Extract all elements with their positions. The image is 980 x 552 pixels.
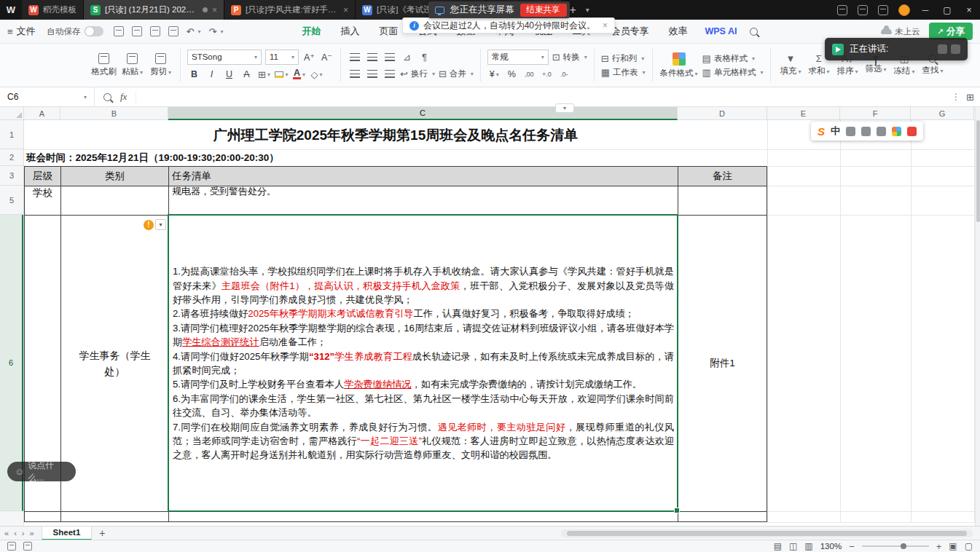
tab-docer[interactable]: W 稻壳模板	[22, 0, 84, 20]
next-sheet-icon[interactable]: ›	[22, 529, 25, 537]
first-sheet-icon[interactable]: «	[4, 529, 9, 537]
undo-caret-icon[interactable]: ▾	[198, 28, 201, 35]
tab-presentation-doc[interactable]: P [只读]学风共建:管好手机就是管... ×	[224, 0, 356, 20]
redo-icon[interactable]: ↷	[209, 26, 217, 37]
autosave-toggle[interactable]	[85, 26, 103, 36]
font-color-button[interactable]: A	[292, 68, 306, 82]
row-header-5[interactable]: 5	[0, 186, 23, 215]
row-header-1[interactable]: 1	[0, 120, 23, 149]
comma-style-button[interactable]: ,00	[522, 68, 536, 82]
tab-page[interactable]: 页面	[379, 25, 398, 38]
fit-window-icon[interactable]: ▣	[949, 541, 957, 551]
column-header-f[interactable]: F	[840, 107, 911, 120]
close-tab-icon[interactable]: ×	[212, 5, 217, 15]
cell-d6-remark[interactable]: 附件1	[678, 216, 767, 512]
undo-icon[interactable]: ↶	[187, 26, 195, 37]
font-size-select[interactable]: 11▾	[265, 50, 299, 65]
format-painter-button[interactable]: 格式刷	[90, 53, 117, 77]
sheet-tab-sheet1[interactable]: Sheet1	[42, 527, 93, 540]
zoom-out-button[interactable]: −	[849, 541, 855, 552]
paste-button[interactable]: 粘贴	[119, 53, 146, 77]
clear-format-button[interactable]: ◇	[310, 68, 324, 82]
strikethrough-button[interactable]: A	[240, 68, 254, 82]
cell-c5-clipped[interactable]: 规电器，受到警告处分。	[169, 186, 678, 216]
emoji-icon[interactable]: ☺	[15, 466, 24, 477]
vertical-scroll-thumb[interactable]	[976, 120, 980, 222]
tab-list-chevron-icon[interactable]: ▾	[583, 6, 592, 14]
number-format-select[interactable]: 常规▾	[487, 50, 549, 65]
skin-icon[interactable]	[878, 5, 888, 15]
merge-cells-button[interactable]: ⊟合并	[439, 68, 474, 79]
customize-icon[interactable]	[168, 26, 179, 36]
align-top-button[interactable]	[348, 50, 361, 64]
column-header-b[interactable]: B	[60, 107, 168, 120]
print-preview-icon[interactable]	[150, 26, 160, 36]
wrap-text-button[interactable]: ↩换行	[400, 68, 435, 79]
horizontal-scroll-thumb[interactable]	[567, 531, 967, 536]
cell-b5-empty[interactable]	[61, 186, 169, 216]
column-header-a[interactable]: A	[24, 107, 60, 120]
tab-efficiency[interactable]: 效率	[668, 25, 687, 38]
cut-button[interactable]: 剪切	[147, 53, 174, 77]
column-header-g[interactable]: G	[911, 107, 974, 120]
align-right-button[interactable]	[383, 67, 396, 81]
cell-header-tasklist[interactable]: 任务清单	[169, 167, 678, 186]
vertical-scrollbar[interactable]	[975, 107, 980, 526]
accessibility-icon[interactable]	[23, 542, 32, 551]
meeting-chat-input[interactable]: ☺ 说点什么...	[7, 462, 76, 481]
cell-c6-richtext[interactable]: 1.为提高课堂抬头率，学校拟组织同学们在上课时将手机存入手机收纳盒。请大家认真参…	[169, 216, 678, 512]
minimize-button[interactable]: ─	[914, 0, 936, 20]
tab-home[interactable]: 开始	[302, 25, 321, 38]
close-tab-icon[interactable]: ×	[343, 5, 348, 15]
orientation-button[interactable]: ⊿	[400, 50, 414, 64]
italic-button[interactable]: I	[205, 68, 219, 82]
decrease-decimal-button[interactable]: .0-	[557, 68, 571, 82]
underline-button[interactable]: U	[222, 68, 236, 82]
cell-b7-empty[interactable]	[61, 512, 169, 521]
conditional-format-button[interactable]: 条件格式	[659, 52, 699, 79]
cell-style-button[interactable]: ▥单元格样式	[702, 67, 764, 78]
autosave-control[interactable]: 自动保存	[47, 26, 103, 37]
align-middle-button[interactable]	[365, 50, 379, 64]
cell-header-level[interactable]: 层级	[25, 167, 61, 186]
grow-font-button[interactable]: A⁺	[302, 50, 316, 64]
tab-current-spreadsheet[interactable]: S [只读] (12月21日) 2025年... ×	[84, 0, 224, 20]
layout-icon[interactable]	[858, 5, 868, 15]
zoom-in-button[interactable]: +	[936, 541, 942, 552]
column-header-d[interactable]: D	[678, 107, 767, 120]
align-bottom-button[interactable]	[383, 50, 396, 64]
save-icon[interactable]	[114, 26, 124, 36]
column-header-c-selected[interactable]: C	[168, 107, 678, 120]
last-sheet-icon[interactable]: »	[29, 529, 34, 537]
toast-close-icon[interactable]: ×	[603, 20, 608, 31]
cell-school[interactable]: 学校	[25, 186, 61, 216]
sidebar-toggle-icon[interactable]: ⊞	[966, 92, 974, 102]
cell-header-remark[interactable]: 备注	[678, 167, 767, 186]
convert-button[interactable]: ⊡转换	[552, 52, 587, 63]
column-header-e[interactable]: E	[767, 107, 840, 120]
user-avatar[interactable]	[898, 4, 910, 16]
cell-c7-empty[interactable]	[169, 512, 678, 521]
collapse-ribbon-chip[interactable]: ▾	[555, 103, 574, 113]
file-menu[interactable]: ≡ 文件	[7, 25, 36, 38]
ime-language-mode[interactable]: 中	[831, 125, 840, 138]
tab-insert[interactable]: 插入	[340, 25, 359, 38]
prev-sheet-icon[interactable]: ‹	[14, 529, 17, 537]
ime-keyboard-icon[interactable]	[877, 127, 886, 136]
name-box[interactable]: C6 ▾	[0, 87, 95, 106]
cell-d5-empty[interactable]	[678, 186, 767, 216]
row-header-3[interactable]: 3	[0, 166, 23, 186]
cell-header-category[interactable]: 类别	[61, 167, 169, 186]
sogou-logo[interactable]: S	[818, 125, 825, 138]
row-header-2[interactable]: 2	[0, 149, 23, 166]
macro-record-icon[interactable]	[7, 542, 16, 551]
error-checking-chip[interactable]: ! ▾	[144, 219, 166, 230]
cell-d7-empty[interactable]	[678, 512, 767, 521]
font-family-select[interactable]: STSong▾	[187, 50, 262, 65]
percent-button[interactable]: %	[505, 68, 519, 82]
rows-columns-button[interactable]: ⊟行和列	[601, 53, 646, 64]
ime-skin-icon[interactable]	[907, 127, 917, 136]
bold-button[interactable]: B	[187, 68, 201, 82]
end-share-button[interactable]: 结束共享	[520, 4, 567, 17]
fullscreen-icon[interactable]: ▢	[965, 541, 973, 551]
